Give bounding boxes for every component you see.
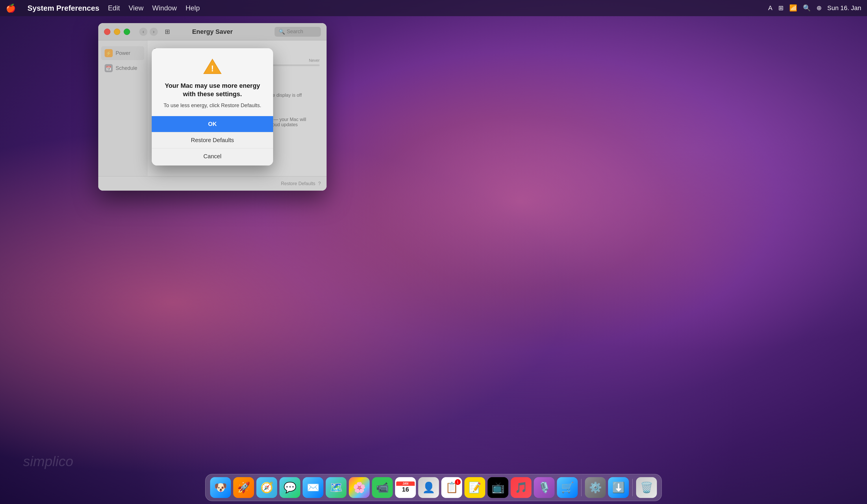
alert-title: Your Mac may use more energy with these …: [160, 82, 265, 98]
dock-trash[interactable]: 🗑️: [636, 477, 657, 498]
dock-divider: [581, 479, 581, 496]
cancel-button[interactable]: Cancel: [152, 148, 273, 165]
ok-button[interactable]: OK: [152, 116, 273, 132]
menubar: 🍎 System Preferences Edit View Window He…: [0, 0, 867, 16]
dock-facetime[interactable]: 📹: [372, 477, 393, 498]
menubar-app-name[interactable]: System Preferences: [28, 4, 99, 13]
alert-overlay: ! Your Mac may use more energy with thes…: [98, 23, 327, 190]
dock-finder[interactable]: 🐶: [210, 477, 231, 498]
menubar-wifi-icon[interactable]: 📶: [789, 4, 797, 12]
alert-message: To use less energy, click Restore Defaul…: [160, 102, 265, 109]
restore-defaults-button[interactable]: Restore Defaults: [152, 132, 273, 148]
warning-icon: !: [202, 57, 223, 77]
menubar-view[interactable]: View: [129, 4, 143, 12]
dock-notes[interactable]: 📝: [464, 477, 485, 498]
menubar-mirror-icon[interactable]: ⊞: [778, 4, 783, 12]
menubar-left: 🍎 System Preferences Edit View Window He…: [6, 3, 200, 13]
dock-messages[interactable]: 💬: [279, 477, 300, 498]
alert-icon-area: !: [160, 57, 265, 77]
dock-music[interactable]: 🎵: [511, 477, 532, 498]
dock-podcasts[interactable]: 🎙️: [534, 477, 555, 498]
dock-appstore[interactable]: 🛒: [557, 477, 578, 498]
menubar-font-icon[interactable]: A: [768, 4, 772, 12]
dock-downloads[interactable]: ⬇️: [608, 477, 629, 498]
dock-sysprefs[interactable]: ⚙️: [585, 477, 606, 498]
menubar-search-icon[interactable]: 🔍: [803, 4, 811, 12]
system-preferences-window: ‹ › ⊞ Energy Saver 🔍 Search ⚡ Power 📅 Sc…: [98, 23, 327, 190]
menubar-control-icon[interactable]: ⊕: [816, 4, 822, 12]
desktop: 🍎 System Preferences Edit View Window He…: [0, 0, 867, 504]
dock: 🐶 🚀 🧭 💬 ✉️ 🗺️ 🌸 📹 JAN 16 👤 📋1 📝 📺 🎵 🎙️ 🛒…: [205, 474, 662, 501]
dock-maps[interactable]: 🗺️: [326, 477, 346, 498]
dock-launchpad[interactable]: 🚀: [233, 477, 254, 498]
menubar-right: A ⊞ 📶 🔍 ⊕ Sun 16. Jan: [768, 4, 861, 12]
menubar-edit[interactable]: Edit: [108, 4, 120, 12]
alert-buttons: OK Restore Defaults Cancel: [152, 116, 273, 165]
menubar-help[interactable]: Help: [185, 4, 200, 12]
dock-mail[interactable]: ✉️: [302, 477, 323, 498]
dock-divider-2: [632, 479, 633, 496]
dock-appletv[interactable]: 📺: [488, 477, 509, 498]
watermark: simplico: [23, 453, 73, 469]
svg-text:!: !: [211, 64, 214, 73]
dock-contacts[interactable]: 👤: [418, 477, 439, 498]
dock-safari[interactable]: 🧭: [256, 477, 277, 498]
dock-reminders[interactable]: 📋1: [441, 477, 462, 498]
menubar-time: Sun 16. Jan: [827, 4, 861, 12]
menubar-window[interactable]: Window: [152, 4, 177, 12]
dock-calendar[interactable]: JAN 16: [395, 477, 416, 498]
alert-dialog: ! Your Mac may use more energy with thes…: [152, 48, 273, 165]
apple-menu[interactable]: 🍎: [6, 3, 16, 13]
dock-photos[interactable]: 🌸: [349, 477, 370, 498]
